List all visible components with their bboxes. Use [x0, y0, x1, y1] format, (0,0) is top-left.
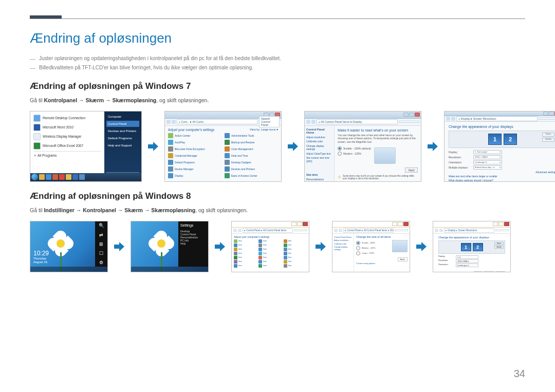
cp-item[interactable]: Color Management	[225, 146, 278, 152]
cp-item[interactable]: Ease of Access Center	[225, 173, 278, 179]
win8-display-screenshot: ▸ Control Panel ▸ All Control Panel Item…	[332, 221, 410, 272]
charm-icon[interactable]: ⊞	[99, 241, 103, 247]
start-right-item[interactable]: Devices and Printers	[106, 128, 139, 134]
arrow-icon	[113, 240, 125, 253]
cp-item[interactable]: Date and Time	[225, 153, 278, 159]
start-right-item[interactable]: Control Panel	[106, 121, 139, 127]
arrow-icon	[415, 240, 428, 253]
cp-item[interactable]: Backup and Restore	[225, 139, 278, 145]
cp-item[interactable]: Default Programs	[168, 159, 221, 165]
win8-resolution-screenshot: ▸ Display ▸ Screen Resolution Change the…	[433, 221, 511, 272]
all-programs[interactable]: All Programs	[32, 152, 102, 159]
settings-item[interactable]: Help	[180, 242, 198, 245]
win7-instruction: Gå til Kontrolpanel → Skærm → Skærmopløs…	[30, 97, 525, 105]
arrow-icon	[214, 240, 226, 253]
settings-item[interactable]: Personalization	[180, 236, 198, 239]
flower-icon	[48, 231, 73, 256]
monitor-2-icon[interactable]: 2	[504, 134, 517, 145]
flower-icon	[149, 231, 174, 256]
preview-monitor-icon	[374, 147, 396, 164]
cp-item[interactable]: Display	[168, 173, 221, 179]
win8-desktop-charms-screenshot: 🔍⇄⊞☐⚙ 10:29 Thursday August 16	[30, 221, 108, 272]
cp-item[interactable]: Action Center	[168, 133, 221, 139]
win7-resolution-screenshot: « Display ▸ Screen Resolution Change the…	[444, 111, 555, 182]
win7-heading: Ændring af opløsningen på Windows 7	[30, 81, 525, 91]
win8-instruction: Gå til Indstillinger → Kontrolpanel → Sk…	[30, 207, 525, 215]
settings-panel[interactable]: Settings DesktopControl PanelPersonaliza…	[178, 221, 208, 267]
start-menu-item[interactable]: Microsoft Word 2010	[32, 123, 102, 132]
page-title: Ændring af opløsningen	[30, 30, 525, 46]
start-menu-item[interactable]: Microsoft Office Excel 2007	[32, 141, 102, 151]
win7-control-panel-screenshot: « Cont... ▸ All Contr...Search Control P…	[164, 111, 282, 182]
arrow-icon	[427, 140, 439, 153]
win7-start-menu-screenshot: Remote Desktop ConnectionMicrosoft Word …	[30, 111, 142, 182]
win8-flow: 🔍⇄⊞☐⚙ 10:29 Thursday August 16	[30, 221, 525, 272]
arrow-icon	[147, 140, 159, 153]
cp-item[interactable]: Administrative Tools	[225, 133, 278, 139]
start-right-item[interactable]: Help and Support	[106, 142, 139, 148]
cp-item[interactable]: BitLocker Drive Encryption	[168, 146, 221, 152]
start-right-item[interactable]: Default Programs	[106, 135, 139, 141]
note-1: Juster opløsningen og opdateringshastigh…	[30, 54, 525, 63]
charm-icon[interactable]: ⚙	[99, 260, 103, 265]
cp-item[interactable]: Credential Manager	[168, 153, 221, 159]
start-menu-item[interactable]: Wireless Display Manager	[32, 132, 102, 141]
charm-icon[interactable]: ☐	[99, 251, 103, 256]
win7-display-screenshot: « All Control Panel Items ▸ Display Cont…	[304, 111, 421, 182]
charms-bar[interactable]: 🔍⇄⊞☐⚙	[95, 221, 107, 267]
win8-heading: Ændring af opløsningen på Windows 8	[30, 191, 525, 201]
charm-icon[interactable]: ⇄	[99, 232, 103, 237]
monitor-1-icon[interactable]: 1	[488, 134, 502, 145]
settings-item[interactable]: Control Panel	[180, 233, 198, 236]
taskbar	[30, 173, 141, 181]
charm-icon[interactable]: 🔍	[99, 223, 104, 228]
start-orb-icon[interactable]	[31, 174, 38, 180]
cp-item[interactable]: Devices and Printers	[225, 166, 278, 172]
win7-flow: Remote Desktop ConnectionMicrosoft Word …	[30, 111, 525, 182]
page-number: 34	[514, 368, 525, 380]
arrow-icon	[314, 240, 327, 253]
cp-item[interactable]: Device Manager	[168, 166, 221, 172]
clock: 10:29 Thursday August 16	[33, 250, 49, 265]
arrow-icon	[287, 140, 299, 153]
start-menu-item[interactable]: Remote Desktop Connection	[32, 114, 102, 123]
win8-settings-charm-screenshot: Settings DesktopControl PanelPersonaliza…	[131, 221, 209, 272]
win8-control-panel-screenshot: ▸ Control Panel ▸ All Control Panel Item…	[231, 221, 309, 272]
start-right-item[interactable]: Computer	[106, 114, 139, 120]
header-rule	[30, 15, 525, 19]
cp-item[interactable]: AutoPlay	[168, 139, 221, 145]
cp-item[interactable]: Desktop Gadgets	[225, 159, 278, 165]
note-2: Billedkvaliteten på TFT-LCD'er kan blive…	[30, 64, 525, 72]
